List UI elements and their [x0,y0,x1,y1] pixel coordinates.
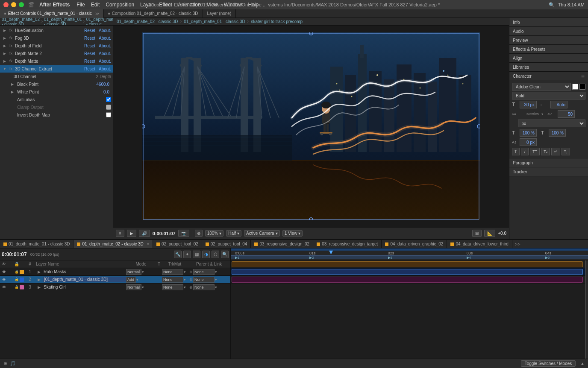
text-color-swatch[interactable] [572,84,578,90]
efx-header[interactable]: Effects & Presets [509,45,588,53]
effect-depth-field[interactable]: ▶ fx Depth of Field Reset About. [0,42,113,50]
viewer-enable[interactable]: ⊕ [195,230,203,237]
breadcrumb-comp[interactable]: 01_depth_matte_02 - classic 3D [117,19,178,24]
parent-select-2[interactable]: None [193,277,215,283]
effect-reset[interactable]: Reset [84,28,95,33]
baseline-input[interactable] [520,138,537,146]
toggle-switches-button[interactable]: Toggle Switches / Modes [521,360,576,367]
layer-mode-1[interactable]: Normal ▾ [126,269,156,275]
status-icon-1[interactable]: ⊕ [3,361,7,366]
trkmat-select-1[interactable]: None [162,269,183,275]
audio-header[interactable]: Audio [509,27,588,35]
layer-expand-2[interactable]: ▶ [36,277,42,282]
info-header[interactable]: Info [509,18,588,26]
layer-lock-3[interactable]: 🔒 [14,285,20,289]
mode-select-2[interactable]: Add [126,277,136,283]
viewer-audio-btn[interactable]: 🔊 [139,230,150,237]
layer-lock-1[interactable]: 🔒 [14,270,20,274]
prop-checkbox-id[interactable] [106,112,111,117]
vscale-input[interactable] [520,129,537,137]
tracking-value-input[interactable] [558,110,575,118]
viewer-preview-btn[interactable]: ▶ [127,230,136,237]
work-area-bar[interactable] [231,248,588,251]
prop-expand[interactable]: ▶ [9,81,15,87]
effect-reset[interactable]: Reset [84,51,95,56]
effect-enable-selected[interactable]: fx [9,67,12,71]
effect-fog3d[interactable]: ▶ fx Fog 3D Reset About. [0,34,113,42]
font-style-select[interactable]: Bold [512,92,585,99]
bold-button[interactable]: T [512,148,520,155]
effect-enable[interactable]: fx [9,36,12,40]
effect-toggle[interactable]: ▶ [2,50,8,56]
effect-depth-matte2[interactable]: ▶ fx Depth Matte 2 Reset About. [0,50,113,57]
effect-3d-channel-extract[interactable]: ▼ fx 3D Channel Extract Reset About. [0,65,113,73]
effect-hue-saturation[interactable]: ▶ fx Hue/Saturation Reset About. [0,26,113,34]
layer-trkmat-3[interactable]: None ▾ [162,284,188,290]
layer-row-1[interactable]: 👁 🔒 1 ▶ Roto Masks Normal ▾ [0,268,230,276]
font-family-select[interactable]: Adobe Clean [512,83,571,91]
hscale-input[interactable] [549,129,566,137]
prop-expand-wp[interactable]: ▶ [9,89,15,95]
grid-btn[interactable]: ⊞ [472,230,482,237]
character-menu-icon[interactable]: ≡ [581,73,585,79]
layer-visibility-1[interactable]: 👁 [0,270,8,274]
timeline-tabs-more[interactable]: >> [512,242,523,247]
effect-enable[interactable]: fx [9,51,12,55]
layer-mode-3[interactable]: Normal ▾ [126,284,156,290]
zoom-dropdown[interactable]: 100% ▾ [205,230,224,237]
clip-2[interactable] [232,269,583,275]
minimize-button[interactable] [11,2,16,7]
timeline-tab-1[interactable]: 01_depth_matte_01 - classic 3D [0,240,74,248]
layer-row-2[interactable]: 👁 🔒 2 ▶ [01_depth_matte_01 - classic 3D]… [0,276,230,283]
layer-tab[interactable]: Layer (none) [203,9,236,18]
timeline-tab-7[interactable]: 04_data_driven_graphic_02 [382,240,447,248]
font-size-input[interactable] [520,101,537,108]
fullscreen-button[interactable] [19,2,24,7]
timeline-tab-5[interactable]: 03_responsive_design_02 [251,240,313,248]
clip-3[interactable] [232,277,583,283]
quality-dropdown[interactable]: Half ▾ [226,230,241,237]
layer-parent-3[interactable]: ⊕ None ▾ [188,284,230,290]
motion-blur-btn[interactable]: ◑ [202,251,210,258]
mode-select-1[interactable]: Normal [126,269,141,275]
viewer-menu-btn[interactable]: ≡ [116,230,124,237]
timeline-tab-3[interactable]: 02_puppet_tool_02 [153,240,202,248]
playhead[interactable] [331,248,331,260]
effect-reset[interactable]: Reset [84,59,95,64]
effect-about[interactable]: About. [99,59,111,64]
super-button[interactable]: T+ [551,148,560,155]
breadcrumb-precomp[interactable]: skater girl to track precomp [251,19,303,24]
status-icon-3[interactable]: ▲ [580,361,585,366]
timeline-tab-8[interactable]: 04_data_driven_lower_third [447,240,512,248]
snapshot-btn[interactable]: 📷 [178,230,189,237]
effect-about[interactable]: About. [99,36,111,41]
layer-trkmat-1[interactable]: None ▾ [162,269,188,275]
menu-edit[interactable]: Edit [91,2,100,8]
prop-checkbox-aa[interactable] [106,97,111,102]
effect-depth-matte[interactable]: ▶ fx Depth Matte Reset About. [0,57,113,65]
ruler-btn[interactable]: 📐 [484,230,495,237]
layer-search[interactable]: 🔍 [221,251,229,258]
status-icon-2[interactable]: 🎵 [10,361,16,366]
effect-toggle[interactable]: ▶ [2,43,8,49]
layer-parent-2[interactable]: ⊕ None ▾ [188,277,230,283]
effect-toggle[interactable]: ▶ [2,27,8,33]
effect-about[interactable]: About. [99,51,111,56]
prop-checkbox-co[interactable] [106,105,111,110]
italic-button[interactable]: T [521,148,529,155]
stroke-color-swatch[interactable] [579,84,585,90]
traffic-lights[interactable] [3,2,24,7]
libraries-header[interactable]: Libraries [509,63,588,71]
timeline-tab-2[interactable]: 01_depth_matte_02 - classic 3D ≡ [74,240,153,248]
paragraph-header[interactable]: Paragraph [509,158,588,167]
preview-header[interactable]: Preview [509,36,588,44]
prop-value-wp[interactable]: 0.0 [103,90,109,94]
units-select[interactable]: px [518,120,585,127]
effect-enable[interactable]: fx [9,59,12,63]
effect-reset-selected[interactable]: Reset [84,67,95,71]
timeline-tab-4[interactable]: 02_puppet_tool_04 [202,240,251,248]
composition-tab[interactable]: ■ Composition 01_depth_matte_02 - classi… [104,9,203,18]
timeline-tab-6[interactable]: 03_responsive_design_target [313,240,382,248]
render-queue-btn[interactable]: 🔧 [174,251,182,258]
view-dropdown[interactable]: 1 View ▾ [282,230,303,237]
